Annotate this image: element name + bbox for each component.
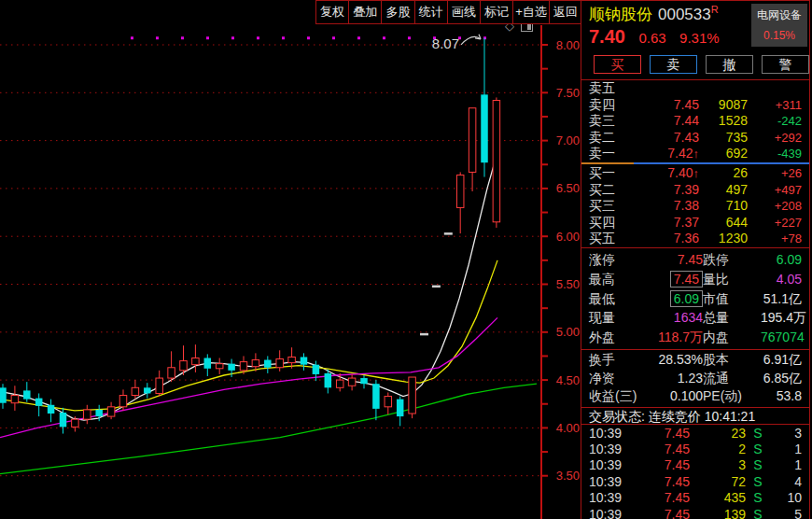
level-change (748, 80, 802, 97)
stat-label: 跌停 (703, 250, 761, 270)
level-change: +227 (748, 215, 802, 231)
stat-label: 现量 (589, 308, 643, 328)
trade-action-button[interactable]: 买 (594, 55, 641, 74)
level-label: 卖二 (589, 130, 634, 147)
tick-volume: 435 (690, 490, 746, 506)
order-book-row[interactable]: 买三 7.38 710 +208 (581, 198, 809, 215)
trade-action-button[interactable]: 警 (762, 55, 809, 74)
level-change: +208 (748, 198, 802, 215)
svg-text:7.00: 7.00 (556, 133, 580, 147)
toolbar-button[interactable]: 复权 (316, 1, 349, 23)
level-change: -439 (748, 146, 802, 162)
high-annotation: 8.07 (432, 35, 481, 51)
svg-text:5.00: 5.00 (556, 325, 580, 339)
stat-value: 7.45 (643, 270, 703, 289)
toolbar: 复权 叠加 多股 统计 画线 标记 +自选 返回 (315, 0, 582, 24)
level-price: 7.36 (634, 231, 699, 247)
kline-chart[interactable]: 8.007.507.006.506.005.505.004.504.003.50… (0, 0, 583, 519)
toolbar-button[interactable]: 叠加 (349, 1, 382, 23)
toolbar-button[interactable]: 画线 (448, 1, 481, 23)
level-label: 卖五 (589, 80, 634, 97)
stats-row: 最低 6.09 市值 51.1亿 (581, 289, 809, 309)
level-change: +292 (748, 130, 802, 147)
trading-status-label: 交易状态: (589, 409, 645, 424)
tick-time: 10:39 (589, 442, 636, 457)
industry-name: 电网设备 (751, 7, 807, 23)
tick-volume: 3 (690, 457, 746, 473)
stat-value: 767074 (761, 328, 805, 347)
order-book: 卖五 卖四 7.45 9087 +311 卖三 7.4 (581, 79, 809, 248)
order-book-row[interactable]: 卖一 7.42↑ 692 -439 (581, 146, 809, 162)
tick-price: 7.45 (636, 457, 690, 473)
stat-label: 流通 (703, 370, 761, 388)
stock-code: 000533 (658, 6, 711, 23)
tick-time: 10:39 (589, 507, 636, 519)
quote-stats: 涨停 7.45 跌停 6.09 最高 7.45 量比 4.05 最低 6.09 … (581, 248, 809, 350)
stat-label: 收益(三) (589, 387, 643, 406)
level-volume: 497 (699, 182, 748, 199)
stat-label: 最低 (589, 289, 643, 309)
stat-value: 7.45 (643, 250, 703, 270)
industry-change: 0.15% (751, 29, 807, 42)
trade-action-button[interactable]: 撤 (706, 55, 753, 74)
last-price: 7.40 (589, 26, 625, 47)
level-label: 买四 (589, 215, 634, 231)
level-label: 卖四 (589, 97, 634, 114)
svg-text:3.50: 3.50 (556, 469, 580, 483)
tick-row: 10:39 7.45 72 S 4 (581, 474, 809, 490)
level-volume: 9087 (699, 97, 748, 114)
toolbar-button[interactable]: 统计 (415, 1, 448, 23)
order-book-row[interactable]: 卖二 7.43 735 +292 (581, 130, 809, 147)
ma-line-MA10 (0, 260, 497, 411)
svg-text:4.50: 4.50 (556, 373, 580, 387)
stat-label: 换手 (589, 351, 643, 370)
toolbar-button[interactable]: +自选 (513, 1, 550, 23)
order-book-row[interactable]: 买二 7.39 497 +497 (581, 182, 809, 199)
level-label: 买五 (589, 231, 634, 247)
industry-sector-box[interactable]: 电网设备 0.15% (751, 4, 807, 47)
stats-row: 涨停 7.45 跌停 6.09 (581, 250, 809, 270)
stat-label: 最高 (589, 270, 643, 289)
tick-time: 10:39 (589, 474, 636, 490)
level-price: 7.40↑ (634, 165, 699, 182)
stats-row: 换手 28.53% 股本 6.91亿 (581, 351, 809, 370)
stat-label: 涨停 (589, 250, 643, 270)
level-price: 7.37 (634, 215, 699, 231)
level-change: -242 (748, 113, 802, 130)
order-book-row[interactable]: 卖三 7.44 1528 -242 (581, 113, 809, 130)
fundamental-stats: 换手 28.53% 股本 6.91亿 净资 1.23 流通 6.85亿 收益(三… (581, 350, 809, 408)
level-volume: 692 (699, 146, 748, 162)
stat-label: 市值 (703, 289, 761, 309)
level-price: 7.38 (634, 198, 699, 215)
level-change: +311 (748, 97, 802, 114)
stat-label: 内盘 (703, 328, 761, 347)
candles-layer (0, 38, 500, 434)
toolbar-button[interactable]: 多股 (382, 1, 414, 23)
tick-side-flag: S (746, 442, 770, 457)
quote-panel: 顺钠股份000533R 7.40 0.63 9.31% 电网设备 0.15% 买… (581, 0, 810, 519)
ma-line-MA60 (0, 384, 537, 473)
trading-app-window: 8.007.507.006.506.005.505.004.504.003.50… (0, 0, 812, 519)
order-book-row[interactable]: 买五 7.36 1230 +78 (581, 231, 809, 247)
stat-value: 6.85亿 (761, 370, 802, 388)
level-price: 7.45 (634, 97, 699, 114)
svg-text:8.07: 8.07 (432, 35, 459, 51)
stat-label: 股本 (703, 351, 761, 370)
level-price: 7.43 (634, 130, 699, 147)
order-book-row[interactable]: 买四 7.37 644 +227 (581, 215, 809, 231)
order-book-row[interactable]: 卖四 7.45 9087 +311 (581, 97, 809, 114)
svg-text:5.50: 5.50 (556, 277, 580, 291)
toolbar-button[interactable]: 返回 (550, 1, 582, 23)
toolbar-button[interactable]: 标记 (481, 1, 513, 23)
tick-count: 1 (770, 442, 802, 457)
stat-value: 6.09 (761, 250, 802, 270)
trade-action-button[interactable]: 卖 (650, 55, 697, 74)
stat-label: 净资 (589, 370, 643, 388)
tick-side-flag: S (746, 490, 770, 506)
level-price: 7.42↑ (634, 146, 699, 162)
trading-status-value: 连续竞价 10:41:21 (649, 409, 755, 424)
order-book-row[interactable]: 买一 7.40↑ 26 +26 (581, 165, 809, 182)
order-book-row[interactable]: 卖五 (581, 80, 809, 97)
trading-status: 交易状态: 连续竞价 10:41:21 (581, 408, 809, 425)
tick-row: 10:39 7.45 435 S 10 (581, 490, 809, 506)
